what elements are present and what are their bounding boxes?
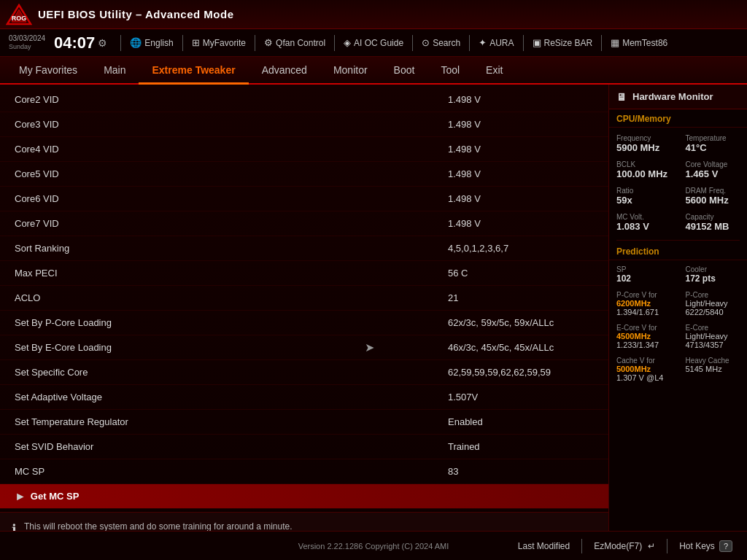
setting-row-get-mc-sp[interactable]: ► Get MC SP (0, 484, 608, 509)
setting-row-pcore-loading[interactable]: Set By P-Core Loading 62x/3c, 59x/5c, 59… (0, 311, 608, 335)
nav-resizebar[interactable]: ▣ ReSize BAR (528, 37, 597, 48)
setting-row-temp-regulator[interactable]: Set Temperature Regulator Enabled (0, 410, 608, 435)
ezmode-label: EzMode(F7) (594, 541, 642, 551)
mc-volt-cell: MC Volt. 1.083 V (609, 209, 678, 236)
nav-aioc[interactable]: ◈ AI OC Guide (339, 37, 408, 48)
tab-main[interactable]: Main (90, 57, 139, 85)
hw-monitor-header: 🖥 Hardware Monitor (609, 85, 747, 109)
search-icon: ⊙ (422, 37, 430, 48)
bclk-cell: BCLK 100.00 MHz (609, 157, 678, 183)
tab-extreme-tweaker[interactable]: Extreme Tweaker (139, 57, 248, 85)
cache-v-sub: 1.307 V @L4 (616, 373, 671, 382)
main-content: Core2 VID 1.498 V Core3 VID 1.498 V Core… (0, 85, 747, 531)
aura-icon: ✦ (479, 37, 487, 48)
core-voltage-value: 1.465 V (686, 168, 740, 179)
pcore-lh-extra: 6222/5840 (686, 308, 740, 316)
setting-label-max-peci: Max PECI (15, 268, 448, 279)
prediction-cache-row: Cache V for 5000MHz 1.307 V @L4 Heavy Ca… (609, 351, 747, 384)
arrow-icon: ► (15, 490, 26, 503)
ecore-lh-label: E-Core (686, 324, 740, 332)
tab-advanced[interactable]: Advanced (249, 57, 320, 85)
tab-tool[interactable]: Tool (427, 57, 473, 85)
bottom-right: Last Modified EzMode(F7) ↵ Hot Keys ? (449, 539, 732, 553)
nav-qfan[interactable]: ⚙ Qfan Control (260, 37, 330, 48)
setting-label-core7vid: Core7 VID (15, 218, 448, 229)
nav-myfavorite[interactable]: ⊞ MyFavorite (187, 37, 250, 48)
myfavorite-label: MyFavorite (203, 38, 246, 48)
nav-english[interactable]: 🌐 English (125, 37, 177, 48)
last-modified-button[interactable]: Last Modified (518, 541, 570, 551)
tab-monitor[interactable]: Monitor (320, 57, 381, 85)
setting-row-adaptive-voltage[interactable]: Set Adaptive Voltage 1.507V (0, 385, 608, 410)
nav-search[interactable]: ⊙ Search (417, 37, 465, 48)
setting-row-svid-behavior[interactable]: Set SVID Behavior Trained (0, 435, 608, 459)
tab-exit[interactable]: Exit (473, 57, 516, 85)
setting-value-mc-sp: 83 (448, 466, 594, 477)
ratio-value: 59x (616, 195, 671, 206)
setting-value-core3vid: 1.498 V (448, 119, 594, 130)
prediction-pcore-row: P-Core V for 6200MHz 1.394/1.671 P-Core … (609, 286, 747, 319)
pcore-v-freq: 6200MHz (616, 299, 671, 308)
hw-monitor-title: Hardware Monitor (632, 91, 713, 102)
setting-row-core3vid[interactable]: Core3 VID 1.498 V (0, 112, 608, 137)
ezmode-button[interactable]: EzMode(F7) ↵ (594, 541, 655, 551)
setting-row-core5vid[interactable]: Core5 VID 1.498 V (0, 162, 608, 187)
settings-list: Core2 VID 1.498 V Core3 VID 1.498 V Core… (0, 85, 608, 512)
day-display: Sunday (9, 43, 45, 51)
rog-logo-icon: ROG (6, 4, 32, 26)
prediction-ecore-row: E-Core V for 4500MHz 1.233/1.347 E-Core … (609, 319, 747, 351)
setting-label-mc-sp: MC SP (15, 466, 448, 477)
tab-boot[interactable]: Boot (381, 57, 428, 85)
ecore-lh-sub: Light/Heavy (686, 332, 740, 341)
temperature-label: Temperature (686, 134, 740, 142)
divider-1 (120, 35, 121, 51)
divider-8 (601, 35, 602, 51)
bottom-bar: Version 2.22.1286 Copyright (C) 2024 AMI… (0, 531, 747, 560)
heavy-cache-label: Heavy Cache (686, 357, 740, 365)
setting-row-ecore-loading[interactable]: Set By E-Core Loading 46x/3c, 45x/5c, 45… (0, 335, 608, 360)
setting-value-core2vid: 1.498 V (448, 94, 594, 105)
sp-value: 102 (616, 273, 671, 284)
nav-memtest[interactable]: ▦ MemTest86 (606, 37, 672, 48)
memtest-label: MemTest86 (622, 38, 667, 48)
divider-5 (412, 35, 413, 51)
pcore-lh-cell: P-Core Light/Heavy 6222/5840 (678, 289, 748, 319)
setting-row-mc-sp[interactable]: MC SP 83 (0, 459, 608, 484)
version-text: Version 2.22.1286 Copyright (C) 2024 AMI (298, 542, 449, 551)
bclk-value: 100.00 MHz (616, 168, 671, 179)
setting-row-aclo[interactable]: ACLO 21 (0, 286, 608, 311)
ecore-v-label: E-Core V for (616, 324, 671, 332)
english-label: English (144, 38, 173, 48)
setting-row-max-peci[interactable]: Max PECI 56 C (0, 261, 608, 286)
setting-row-sort-ranking[interactable]: Sort Ranking 4,5,0,1,2,3,6,7 (0, 236, 608, 261)
memtest-icon: ▦ (611, 37, 619, 48)
info-box: ℹ This will reboot the system and do som… (0, 512, 608, 531)
heavy-cache-sub: 5145 MHz (686, 365, 740, 373)
qfan-icon: ⚙ (264, 37, 273, 48)
cpu-memory-grid: Frequency 5900 MHz Temperature 41°C BCLK… (609, 128, 747, 238)
setting-label-core4vid: Core4 VID (15, 144, 448, 155)
setting-label-temp-regulator: Set Temperature Regulator (15, 416, 448, 427)
logo-area: ROG UEFI BIOS Utility – Advanced Mode (6, 4, 234, 26)
setting-row-core7vid[interactable]: Core7 VID 1.498 V (0, 211, 608, 236)
ecore-v-sub: 1.233/1.347 (616, 341, 671, 349)
tab-my-favorites[interactable]: My Favorites (6, 57, 90, 85)
setting-label-svid-behavior: Set SVID Behavior (15, 441, 448, 452)
setting-row-specific-core[interactable]: Set Specific Core 62,59,59,59,62,62,59,5… (0, 360, 608, 385)
nav-aura[interactable]: ✦ AURA (474, 37, 518, 48)
setting-value-core7vid: 1.498 V (448, 218, 594, 229)
hotkey-key-badge: ? (719, 540, 732, 552)
setting-label-get-mc-sp: Get MC SP (31, 491, 594, 502)
divider-2 (182, 35, 183, 51)
dram-freq-cell: DRAM Freq. 5600 MHz (678, 183, 748, 209)
setting-row-core2vid[interactable]: Core2 VID 1.498 V (0, 88, 608, 112)
datetime-display: 03/03/2024 Sunday (9, 34, 45, 51)
divider-3 (255, 35, 255, 51)
divider-7 (523, 35, 524, 51)
time-bar: 03/03/2024 Sunday 04:07 ⚙ 🌐 English ⊞ My… (0, 29, 747, 57)
aioc-icon: ◈ (344, 37, 351, 48)
setting-row-core4vid[interactable]: Core4 VID 1.498 V (0, 137, 608, 162)
settings-icon[interactable]: ⚙ (98, 37, 107, 49)
hotkeys-button[interactable]: Hot Keys ? (679, 540, 732, 552)
setting-row-core6vid[interactable]: Core6 VID 1.498 V (0, 187, 608, 211)
